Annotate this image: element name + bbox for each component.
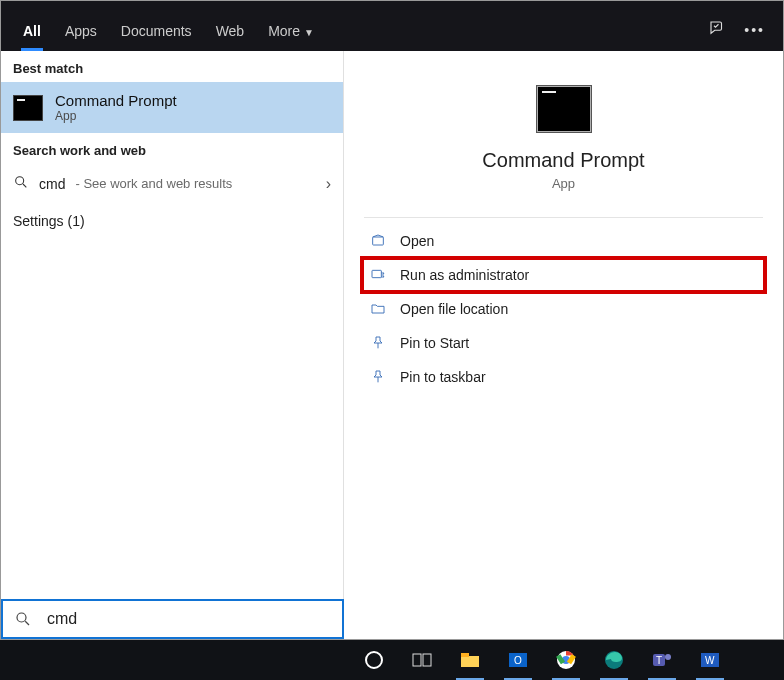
search-input[interactable]: [43, 601, 342, 637]
best-match-item[interactable]: Command Prompt App: [1, 82, 343, 133]
svg-point-0: [16, 177, 24, 185]
tab-documents[interactable]: Documents: [109, 11, 204, 51]
file-explorer-icon[interactable]: [446, 640, 494, 680]
web-detail: - See work and web results: [75, 176, 232, 191]
action-pin-to-taskbar-label: Pin to taskbar: [400, 369, 486, 385]
pin-icon: [370, 335, 386, 351]
action-pin-to-start-label: Pin to Start: [400, 335, 469, 351]
svg-text:T: T: [656, 655, 662, 666]
web-result-row[interactable]: cmd - See work and web results ›: [1, 164, 343, 203]
preview-title: Command Prompt: [364, 149, 763, 172]
settings-header[interactable]: Settings (1): [1, 203, 343, 239]
action-pin-to-taskbar[interactable]: Pin to taskbar: [344, 360, 783, 394]
taskbar: O T W: [0, 640, 784, 680]
tab-web[interactable]: Web: [204, 11, 257, 51]
best-match-header: Best match: [1, 51, 343, 82]
chevron-down-icon: ▼: [304, 27, 314, 38]
open-icon: [370, 233, 386, 249]
task-view-icon[interactable]: [398, 640, 446, 680]
action-open[interactable]: Open: [344, 224, 783, 258]
action-run-as-admin[interactable]: Run as administrator: [362, 258, 765, 292]
svg-line-1: [23, 184, 26, 187]
results-column: Best match Command Prompt App Search wor…: [1, 51, 344, 599]
svg-rect-10: [461, 653, 469, 657]
svg-rect-7: [413, 654, 421, 666]
command-prompt-icon: [536, 85, 592, 133]
best-match-subtitle: App: [55, 109, 177, 123]
word-icon[interactable]: W: [686, 640, 734, 680]
folder-icon: [370, 301, 386, 317]
search-icon: [3, 601, 43, 637]
action-open-label: Open: [400, 233, 434, 249]
svg-rect-8: [423, 654, 431, 666]
action-pin-to-start[interactable]: Pin to Start: [344, 326, 783, 360]
svg-text:W: W: [705, 655, 715, 666]
chevron-right-icon: ›: [326, 175, 331, 193]
preview-subtitle: App: [364, 176, 763, 191]
chrome-icon[interactable]: [542, 640, 590, 680]
action-open-file-location-label: Open file location: [400, 301, 508, 317]
best-match-title: Command Prompt: [55, 92, 177, 109]
body: Best match Command Prompt App Search wor…: [1, 51, 783, 599]
svg-rect-9: [461, 656, 479, 667]
edge-icon[interactable]: [590, 640, 638, 680]
action-run-as-admin-label: Run as administrator: [400, 267, 529, 283]
search-icon: [13, 174, 29, 193]
feedback-icon[interactable]: [708, 19, 726, 41]
cortana-icon[interactable]: [350, 640, 398, 680]
start-search-panel: All Apps Documents Web More▼ ••• Best ma…: [0, 0, 784, 640]
tab-all[interactable]: All: [11, 11, 53, 51]
svg-rect-2: [373, 237, 384, 245]
shield-icon: [370, 267, 386, 283]
teams-icon[interactable]: T: [638, 640, 686, 680]
command-prompt-icon: [13, 95, 43, 121]
action-open-file-location[interactable]: Open file location: [344, 292, 783, 326]
preview-header: Command Prompt App: [344, 61, 783, 199]
svg-point-6: [366, 652, 382, 668]
svg-rect-3: [372, 270, 381, 277]
svg-text:O: O: [514, 655, 522, 666]
svg-line-5: [25, 621, 29, 625]
more-options-icon[interactable]: •••: [744, 22, 765, 38]
svg-point-18: [665, 654, 671, 660]
tab-apps[interactable]: Apps: [53, 11, 109, 51]
pin-icon: [370, 369, 386, 385]
work-web-header: Search work and web: [1, 133, 343, 164]
search-box[interactable]: [1, 599, 344, 639]
preview-column: Command Prompt App Open Run as administr…: [344, 51, 783, 599]
svg-point-4: [17, 613, 26, 622]
tab-more[interactable]: More▼: [256, 11, 326, 51]
separator: [364, 217, 763, 218]
tab-more-label: More: [268, 23, 300, 39]
web-query: cmd: [39, 176, 65, 192]
outlook-icon[interactable]: O: [494, 640, 542, 680]
tabs-bar: All Apps Documents Web More▼ •••: [1, 1, 783, 51]
